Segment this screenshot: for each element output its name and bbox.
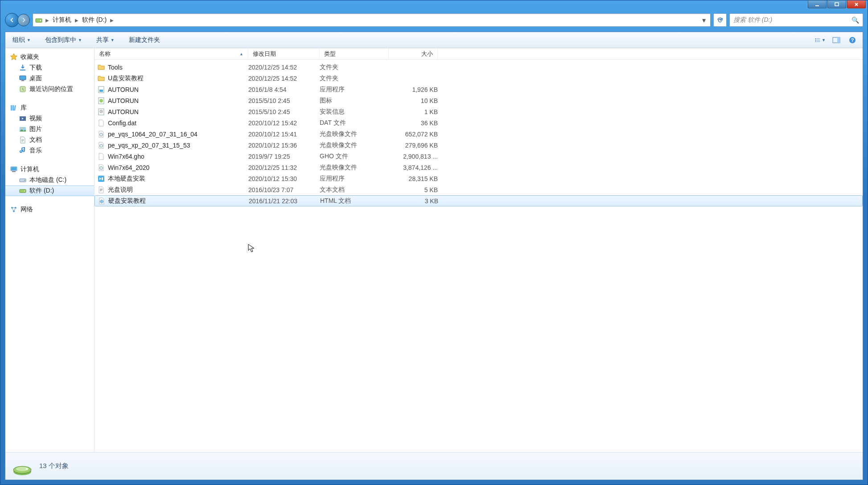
nav-drive-d[interactable]: 软件 (D:) xyxy=(5,185,94,196)
address-dropdown[interactable]: ▾ xyxy=(699,16,708,25)
maximize-button[interactable] xyxy=(827,0,846,8)
new-folder-button[interactable]: 新建文件夹 xyxy=(126,34,163,46)
file-row[interactable]: 光盘说明2016/10/23 7:07文本文档5 KB xyxy=(95,184,863,195)
file-size-cell: 28,315 KB xyxy=(389,175,438,182)
file-date-cell: 2019/9/7 19:25 xyxy=(248,153,320,160)
nav-network-header[interactable]: 网络 xyxy=(5,204,94,215)
file-date-cell: 2016/10/23 7:07 xyxy=(248,186,320,193)
nav-item-label: 文档 xyxy=(29,136,42,144)
address-bar[interactable]: ▶ 计算机 ▶ 软件 (D:) ▶ ▾ xyxy=(33,13,711,27)
search-placeholder: 搜索 软件 (D:) xyxy=(733,16,772,24)
file-row[interactable]: pe_yqs_1064_20_07_31_16_042020/10/12 15:… xyxy=(95,128,863,140)
nav-pictures[interactable]: 图片 xyxy=(5,124,94,135)
file-row[interactable]: AUTORUN2015/5/10 2:45图标10 KB xyxy=(95,95,863,106)
file-row[interactable]: Config.dat2020/10/12 15:42DAT 文件36 KB xyxy=(95,117,863,128)
column-name-label: 名称 xyxy=(99,50,111,58)
file-name: Win7x64_2020 xyxy=(108,164,149,171)
nav-videos[interactable]: 视频 xyxy=(5,113,94,124)
svg-point-40 xyxy=(101,111,102,112)
file-list[interactable]: Tools2020/12/25 14:52文件夹U盘安装教程2020/12/25… xyxy=(95,60,863,452)
nav-favorites-label: 收藏夹 xyxy=(21,53,39,61)
file-row[interactable]: AUTORUN2015/5/10 2:45安装信息1 KB xyxy=(95,106,863,117)
file-row[interactable]: pe_yqs_xp_20_07_31_15_532020/10/12 15:36… xyxy=(95,140,863,151)
file-date-cell: 2020/12/25 14:52 xyxy=(248,75,320,82)
file-row[interactable]: Win7x64.gho2019/9/7 19:25GHO 文件2,900,813… xyxy=(95,151,863,162)
svg-rect-35 xyxy=(99,90,103,92)
svg-point-3 xyxy=(40,20,41,21)
body-split: 收藏夹 下载 桌面 最近访问的位置 库 视频 图片 文档 音乐 xyxy=(5,48,863,452)
nav-music[interactable]: 音乐 xyxy=(5,145,94,156)
nav-item-label: 桌面 xyxy=(29,74,42,82)
refresh-button[interactable] xyxy=(713,13,727,27)
file-name: 光盘说明 xyxy=(108,186,133,194)
file-row[interactable]: 本地硬盘安装2020/10/12 15:30应用程序28,315 KB xyxy=(95,173,863,184)
column-headers: 名称▲ 修改日期 类型 大小 xyxy=(95,48,863,60)
nav-drive-c[interactable]: 本地磁盘 (C:) xyxy=(5,175,94,185)
library-icon xyxy=(10,104,18,112)
nav-recent[interactable]: 最近访问的位置 xyxy=(5,84,94,95)
nav-favorites-header[interactable]: 收藏夹 xyxy=(5,52,94,62)
svg-rect-11 xyxy=(837,37,840,43)
file-row[interactable]: 硬盘安装教程2016/11/21 22:03HTML 文档3 KB xyxy=(95,195,863,206)
file-date-cell: 2015/5/10 2:45 xyxy=(248,108,320,115)
column-date[interactable]: 修改日期 xyxy=(248,48,320,59)
nav-documents[interactable]: 文档 xyxy=(5,135,94,145)
nav-library-header[interactable]: 库 xyxy=(5,103,94,113)
close-button[interactable] xyxy=(847,0,866,8)
drive-icon xyxy=(19,187,27,195)
nav-computer-label: 计算机 xyxy=(21,165,39,173)
file-date-cell: 2020/10/12 15:41 xyxy=(248,131,320,138)
forward-button[interactable] xyxy=(17,14,30,26)
file-row[interactable]: Win7x64_20202020/12/25 11:32光盘映像文件3,874,… xyxy=(95,162,863,173)
file-name: Tools xyxy=(108,64,123,71)
file-size-cell: 10 KB xyxy=(389,97,438,104)
file-size-cell: 652,072 KB xyxy=(389,131,438,138)
svg-text:?: ? xyxy=(851,37,854,43)
nav-computer-group: 计算机 本地磁盘 (C:) 软件 (D:) xyxy=(5,164,94,196)
minimize-button[interactable] xyxy=(808,0,827,8)
breadcrumb-sep-icon: ▶ xyxy=(74,18,79,23)
column-name[interactable]: 名称▲ xyxy=(95,48,248,59)
download-icon xyxy=(19,64,27,72)
explorer-window: ▶ 计算机 ▶ 软件 (D:) ▶ ▾ 搜索 软件 (D:) 🔍 组织▼ 包含到… xyxy=(0,0,868,485)
file-size-cell: 2,900,813 ... xyxy=(389,153,438,160)
column-size[interactable]: 大小 xyxy=(389,48,438,59)
file-row[interactable]: Tools2020/12/25 14:52文件夹 xyxy=(95,62,863,73)
include-library-menu[interactable]: 包含到库中▼ xyxy=(42,34,85,46)
file-name-cell: AUTORUN xyxy=(97,108,248,116)
svg-point-53 xyxy=(26,468,28,470)
column-type[interactable]: 类型 xyxy=(320,48,389,59)
search-box[interactable]: 搜索 软件 (D:) 🔍 xyxy=(729,13,863,27)
file-type-cell: 应用程序 xyxy=(320,86,389,94)
file-type-cell: 光盘映像文件 xyxy=(320,130,389,138)
nav-item-label: 最近访问的位置 xyxy=(29,85,73,93)
file-row[interactable]: AUTORUN2016/1/8 4:54应用程序1,926 KB xyxy=(95,84,863,95)
view-mode-button[interactable]: ▼ xyxy=(815,35,826,45)
organize-menu[interactable]: 组织▼ xyxy=(10,34,33,46)
breadcrumb-sep-icon: ▶ xyxy=(45,18,50,23)
file-type-cell: 安装信息 xyxy=(320,108,389,116)
file-row[interactable]: U盘安装教程2020/12/25 14:52文件夹 xyxy=(95,73,863,84)
titlebar xyxy=(0,0,868,11)
file-type-cell: 文本文档 xyxy=(320,186,389,194)
nav-computer-header[interactable]: 计算机 xyxy=(5,164,94,175)
file-type-cell: 光盘映像文件 xyxy=(320,141,389,149)
navigation-pane[interactable]: 收藏夹 下载 桌面 最近访问的位置 库 视频 图片 文档 音乐 xyxy=(5,48,95,452)
preview-pane-button[interactable] xyxy=(831,35,842,45)
svg-rect-8 xyxy=(817,40,820,40)
breadcrumb-drive[interactable]: 软件 (D:) xyxy=(79,14,109,26)
svg-rect-26 xyxy=(12,171,16,172)
file-list-pane: 名称▲ 修改日期 类型 大小 Tools2020/12/25 14:52文件夹U… xyxy=(95,48,863,452)
share-menu[interactable]: 共享▼ xyxy=(94,34,117,46)
svg-rect-15 xyxy=(20,76,26,80)
breadcrumb-sep-icon: ▶ xyxy=(109,18,115,23)
svg-rect-25 xyxy=(11,167,16,170)
file-name-cell: AUTORUN xyxy=(97,97,248,105)
help-button[interactable]: ? xyxy=(847,35,858,45)
drive-large-icon xyxy=(12,456,33,477)
nav-desktop[interactable]: 桌面 xyxy=(5,73,94,84)
breadcrumb-computer[interactable]: 计算机 xyxy=(50,14,74,26)
file-date-cell: 2020/10/12 15:36 xyxy=(248,142,320,149)
nav-downloads[interactable]: 下载 xyxy=(5,62,94,73)
svg-rect-7 xyxy=(817,38,820,38)
